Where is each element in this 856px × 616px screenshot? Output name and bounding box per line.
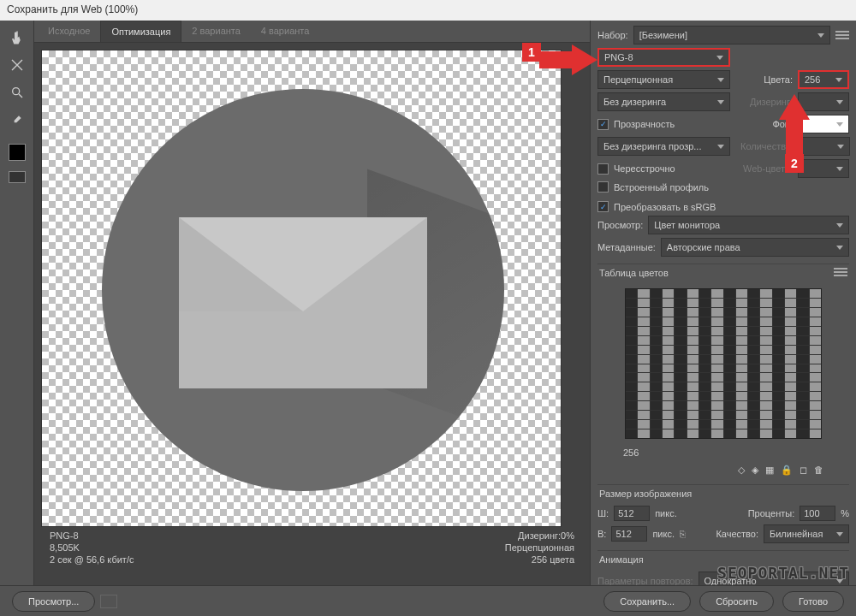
color-swatch[interactable]: [675, 401, 686, 410]
color-swatch[interactable]: [711, 373, 722, 382]
color-swatch[interactable]: [675, 429, 686, 438]
color-swatch[interactable]: [797, 289, 808, 298]
color-swatch[interactable]: [699, 429, 710, 438]
color-swatch[interactable]: [675, 336, 686, 345]
width-input[interactable]: [614, 506, 650, 521]
color-table-menu-icon[interactable]: [834, 268, 847, 278]
color-swatch[interactable]: [626, 364, 637, 373]
color-swatch[interactable]: [711, 346, 722, 354]
color-swatch[interactable]: [773, 373, 784, 382]
color-swatch[interactable]: [651, 317, 662, 326]
tab-original[interactable]: Исходное: [38, 21, 100, 42]
color-swatch[interactable]: [699, 327, 710, 335]
color-swatch[interactable]: [675, 299, 686, 307]
color-swatch[interactable]: [748, 355, 759, 364]
color-swatch[interactable]: [785, 336, 796, 345]
color-swatch[interactable]: [773, 392, 784, 400]
color-swatch[interactable]: [626, 355, 637, 364]
reset-button[interactable]: Сбросить: [699, 591, 774, 612]
color-swatch[interactable]: [711, 336, 722, 345]
color-swatch[interactable]: [638, 289, 649, 298]
link-icon[interactable]: ⎘: [680, 529, 686, 539]
color-swatch[interactable]: [810, 401, 821, 410]
new-color-icon[interactable]: ◻: [800, 465, 807, 476]
color-swatch[interactable]: [638, 411, 649, 419]
color-swatch[interactable]: [724, 429, 735, 438]
color-swatch[interactable]: [773, 355, 784, 364]
color-swatch[interactable]: [810, 392, 821, 400]
color-swatch[interactable]: [687, 336, 698, 345]
color-swatch[interactable]: [785, 327, 796, 335]
color-swatch[interactable]: [687, 299, 698, 307]
preset-menu-icon[interactable]: [835, 31, 849, 39]
color-swatch[interactable]: [626, 373, 637, 382]
color-swatch[interactable]: [760, 289, 771, 298]
color-swatch[interactable]: [638, 299, 649, 307]
color-swatch[interactable]: [663, 411, 674, 419]
color-swatch[interactable]: [675, 308, 686, 317]
color-swatch[interactable]: [810, 308, 821, 317]
color-swatch[interactable]: [797, 336, 808, 345]
color-swatch[interactable]: [810, 411, 821, 419]
color-swatch[interactable]: [724, 401, 735, 410]
color-swatch[interactable]: [810, 420, 821, 429]
color-swatch[interactable]: [760, 420, 771, 429]
color-swatch[interactable]: [638, 382, 649, 391]
color-swatch[interactable]: [810, 336, 821, 345]
color-swatch[interactable]: [797, 346, 808, 354]
color-swatch[interactable]: [785, 346, 796, 354]
color-swatch[interactable]: [724, 299, 735, 307]
color-swatch[interactable]: [760, 327, 771, 335]
color-swatch[interactable]: [736, 382, 747, 391]
color-swatch[interactable]: [699, 317, 710, 326]
color-swatch[interactable]: [748, 392, 759, 400]
browser-preview-icon[interactable]: [100, 595, 117, 608]
color-swatch[interactable]: [724, 364, 735, 373]
color-swatch[interactable]: [651, 392, 662, 400]
color-swatch[interactable]: [748, 373, 759, 382]
color-swatch[interactable]: [797, 429, 808, 438]
color-swatch[interactable]: [785, 429, 796, 438]
color-swatch[interactable]: [687, 364, 698, 373]
color-swatch[interactable]: [651, 420, 662, 429]
color-swatch[interactable]: [760, 355, 771, 364]
color-swatch[interactable]: [724, 327, 735, 335]
color-table[interactable]: [625, 288, 822, 439]
color-swatch[interactable]: [711, 392, 722, 400]
color-swatch[interactable]: [626, 336, 637, 345]
color-swatch[interactable]: [663, 346, 674, 354]
color-swatch[interactable]: [736, 411, 747, 419]
color-swatch[interactable]: [675, 373, 686, 382]
color-swatch[interactable]: [638, 308, 649, 317]
colors-select[interactable]: 256: [798, 70, 849, 89]
color-swatch[interactable]: [638, 336, 649, 345]
color-swatch[interactable]: [699, 401, 710, 410]
color-swatch[interactable]: [773, 420, 784, 429]
color-swatch[interactable]: [773, 336, 784, 345]
color-swatch[interactable]: [687, 355, 698, 364]
color-swatch[interactable]: [651, 355, 662, 364]
color-swatch[interactable]: [748, 336, 759, 345]
color-swatch[interactable]: [675, 289, 686, 298]
color-swatch[interactable]: [724, 420, 735, 429]
format-select[interactable]: PNG-8: [597, 48, 730, 67]
metadata-select[interactable]: Авторские права: [661, 238, 849, 257]
color-swatch[interactable]: [760, 317, 771, 326]
color-swatch[interactable]: [651, 336, 662, 345]
color-swatch[interactable]: [797, 392, 808, 400]
color-swatch[interactable]: [773, 364, 784, 373]
color-swatch[interactable]: [736, 346, 747, 354]
color-swatch[interactable]: [626, 308, 637, 317]
color-swatch[interactable]: [675, 364, 686, 373]
color-swatch[interactable]: [748, 327, 759, 335]
color-swatch[interactable]: [687, 346, 698, 354]
reduction-select[interactable]: Перцепционная: [597, 70, 730, 89]
tab-optimized[interactable]: Оптимизация: [100, 21, 181, 42]
srgb-checkbox[interactable]: [597, 201, 609, 212]
color-swatch[interactable]: [626, 392, 637, 400]
color-swatch[interactable]: [687, 308, 698, 317]
color-swatch[interactable]: [699, 364, 710, 373]
color-swatch[interactable]: [748, 411, 759, 419]
slice-tool-icon[interactable]: [7, 55, 27, 75]
transparency-checkbox[interactable]: [597, 119, 609, 130]
